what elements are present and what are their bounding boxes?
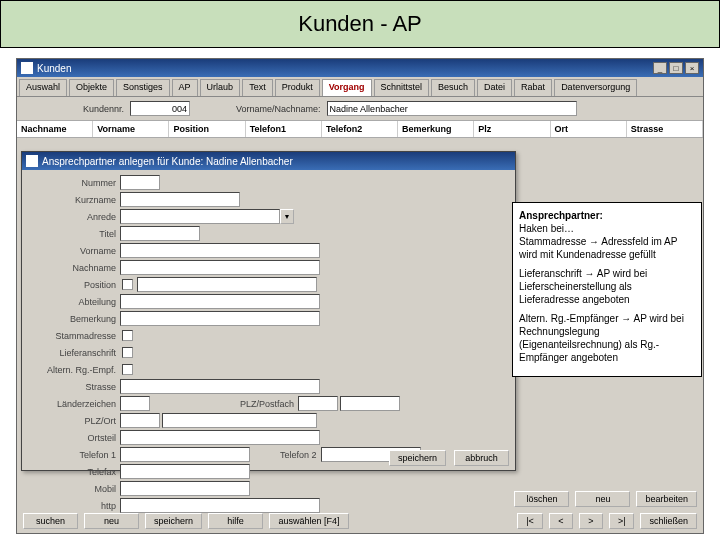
input-nummer[interactable]: [120, 175, 160, 190]
lbl-nachname: Nachname: [28, 263, 120, 273]
dialog-cancel-button[interactable]: abbruch: [454, 450, 509, 466]
window-title: Kunden: [37, 63, 71, 74]
lbl-altern-rg: Altern. Rg.-Empf.: [28, 365, 120, 375]
list-toolbar: löschen neu bearbeiten: [23, 491, 697, 507]
help-button[interactable]: hilfe: [208, 513, 263, 529]
col-bemerkung[interactable]: Bemerkung: [398, 121, 474, 137]
close-button[interactable]: ×: [685, 62, 699, 74]
list-delete-button[interactable]: löschen: [514, 491, 569, 507]
col-nachname[interactable]: Nachname: [17, 121, 93, 137]
nav-prev-button[interactable]: <: [549, 513, 573, 529]
dialog-icon: [26, 155, 38, 167]
column-headers: Nachname Vorname Position Telefon1 Telef…: [17, 120, 703, 138]
lbl-position: Position: [28, 280, 120, 290]
close-window-button[interactable]: schließen: [640, 513, 697, 529]
customer-row: Kundennr. Vorname/Nachname:: [17, 97, 703, 120]
input-plz[interactable]: [120, 413, 160, 428]
input-laenderzeichen[interactable]: [120, 396, 150, 411]
chk-stammadresse[interactable]: [122, 330, 133, 341]
col-vorname[interactable]: Vorname: [93, 121, 169, 137]
chk-lieferanschrift[interactable]: [122, 347, 133, 358]
chk-position[interactable]: [122, 279, 133, 290]
slide-title: Kunden - AP: [298, 11, 422, 37]
input-vorname[interactable]: [120, 243, 320, 258]
input-strasse[interactable]: [120, 379, 320, 394]
tab-rabat[interactable]: Rabat: [514, 79, 552, 96]
lbl-lieferanschrift: Lieferanschrift: [28, 348, 120, 358]
lbl-telefon1: Telefon 1: [28, 450, 120, 460]
select-button[interactable]: auswählen [F4]: [269, 513, 349, 529]
save-button[interactable]: speichern: [145, 513, 202, 529]
tab-datei[interactable]: Datei: [477, 79, 512, 96]
vorname-nachname-input[interactable]: [327, 101, 577, 116]
lbl-telefax: Telefax: [28, 467, 120, 477]
lbl-strasse: Strasse: [28, 382, 120, 392]
tab-bar: Auswahl Objekte Sonstiges AP Urlaub Text…: [17, 77, 703, 97]
lbl-kurzname: Kurzname: [28, 195, 120, 205]
tab-ap[interactable]: AP: [172, 79, 198, 96]
annotation-callout: Ansprechpartner: Haken bei… Stammadresse…: [512, 202, 702, 377]
col-position[interactable]: Position: [169, 121, 245, 137]
nav-last-button[interactable]: >|: [609, 513, 635, 529]
input-ortsteil[interactable]: [120, 430, 320, 445]
chk-altern-rg[interactable]: [122, 364, 133, 375]
tab-produkt[interactable]: Produkt: [275, 79, 320, 96]
input-postfach[interactable]: [340, 396, 400, 411]
ap-dialog: Ansprechpartner anlegen für Kunde: Nadin…: [21, 151, 516, 471]
lbl-ortsteil: Ortsteil: [28, 433, 120, 443]
lbl-titel: Titel: [28, 229, 120, 239]
list-new-button[interactable]: neu: [575, 491, 630, 507]
input-anrede[interactable]: [120, 209, 280, 224]
lbl-stammadresse: Stammadresse: [28, 331, 120, 341]
lbl-plz-postfach: PLZ/Postfach: [240, 399, 298, 409]
nav-next-button[interactable]: >: [579, 513, 603, 529]
input-telefax[interactable]: [120, 464, 250, 479]
callout-l3: Lieferanschrift → AP wird bei Liefersche…: [519, 267, 695, 306]
tab-urlaub[interactable]: Urlaub: [200, 79, 241, 96]
tab-datenversorgung[interactable]: Datenversorgung: [554, 79, 637, 96]
lbl-vorname: Vorname: [28, 246, 120, 256]
maximize-button[interactable]: □: [669, 62, 683, 74]
window-toolbar: suchen neu speichern hilfe auswählen [F4…: [23, 513, 697, 529]
vorname-nachname-label: Vorname/Nachname:: [236, 104, 321, 114]
input-position[interactable]: [137, 277, 317, 292]
tab-besuch[interactable]: Besuch: [431, 79, 475, 96]
input-plz-postfach[interactable]: [298, 396, 338, 411]
list-edit-button[interactable]: bearbeiten: [636, 491, 697, 507]
app-icon: [21, 62, 33, 74]
input-abteilung[interactable]: [120, 294, 320, 309]
input-titel[interactable]: [120, 226, 200, 241]
input-ort[interactable]: [162, 413, 317, 428]
input-bemerkung[interactable]: [120, 311, 320, 326]
dialog-title: Ansprechpartner anlegen für Kunde: Nadin…: [42, 156, 293, 167]
lbl-nummer: Nummer: [28, 178, 120, 188]
input-nachname[interactable]: [120, 260, 320, 275]
tab-text[interactable]: Text: [242, 79, 273, 96]
lbl-abteilung: Abteilung: [28, 297, 120, 307]
callout-l2: Stammadresse → Adressfeld im AP wird mit…: [519, 236, 677, 260]
nav-first-button[interactable]: |<: [517, 513, 543, 529]
dialog-save-button[interactable]: speichern: [389, 450, 446, 466]
kundennr-input[interactable]: [130, 101, 190, 116]
callout-l1: Haken bei…: [519, 223, 574, 234]
tab-sonstiges[interactable]: Sonstiges: [116, 79, 170, 96]
search-button[interactable]: suchen: [23, 513, 78, 529]
kundennr-label: Kundennr.: [83, 104, 124, 114]
tab-schnittstelle[interactable]: Schnittstel: [374, 79, 430, 96]
minimize-button[interactable]: _: [653, 62, 667, 74]
input-kurzname[interactable]: [120, 192, 240, 207]
tab-objekte[interactable]: Objekte: [69, 79, 114, 96]
col-strasse[interactable]: Strasse: [627, 121, 703, 137]
lbl-bemerkung: Bemerkung: [28, 314, 120, 324]
slide-header: Kunden - AP: [0, 0, 720, 48]
col-plz[interactable]: Plz: [474, 121, 550, 137]
input-telefon1[interactable]: [120, 447, 250, 462]
tab-auswahl[interactable]: Auswahl: [19, 79, 67, 96]
col-ort[interactable]: Ort: [551, 121, 627, 137]
col-telefon2[interactable]: Telefon2: [322, 121, 398, 137]
col-telefon1[interactable]: Telefon1: [246, 121, 322, 137]
anrede-dropdown-icon[interactable]: ▼: [280, 209, 294, 224]
tab-vorgang[interactable]: Vorgang: [322, 79, 372, 96]
lbl-telefon2: Telefon 2: [280, 450, 321, 460]
new-button[interactable]: neu: [84, 513, 139, 529]
